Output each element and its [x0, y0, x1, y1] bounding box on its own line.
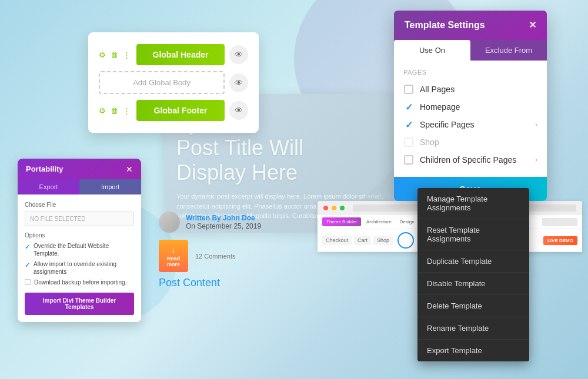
modal-title: Template Settings	[405, 20, 485, 31]
portability-tabs: Export Import	[18, 179, 141, 194]
choose-file-label: Choose File	[25, 202, 134, 208]
tb-design-item[interactable]: Design	[397, 217, 417, 226]
portability-title: Portability	[26, 165, 64, 173]
page-item-children-specific[interactable]: Children of Specific Pages ›	[403, 151, 537, 169]
check-option-2: ✓	[25, 261, 30, 269]
read-more-label: Readmore	[167, 256, 180, 267]
context-duplicate-template[interactable]: Duplicate Template	[417, 250, 529, 273]
check-option-1: ✓	[25, 243, 30, 251]
tb-shop-btn[interactable]: Shop	[373, 236, 393, 245]
context-disable-template[interactable]: Disable Template	[417, 273, 529, 295]
context-rename-template[interactable]: Rename Template	[417, 317, 529, 340]
check-shop	[403, 137, 414, 147]
check-all-pages	[403, 84, 414, 95]
comments-count: 12 Comments	[195, 253, 235, 260]
add-global-body-button[interactable]: Add Global Body	[99, 71, 225, 94]
tb-dot-red	[323, 206, 328, 210]
option-2: ✓ Allow import to override existing assi…	[25, 260, 134, 276]
tb-live-demo-btn[interactable]: LIVE DEMO	[543, 236, 577, 245]
modal-header: Template Settings ✕	[394, 11, 547, 40]
global-header-button[interactable]: Global Header	[136, 44, 225, 65]
tab-use-on[interactable]: Use On	[394, 40, 470, 61]
empty-checkbox	[404, 85, 413, 94]
empty-checkbox-shop	[404, 137, 413, 147]
portability-header: Portability ✕	[18, 159, 141, 179]
tb-cart-btn[interactable]: Cart	[354, 236, 371, 245]
check-homepage: ✓	[403, 102, 414, 112]
check-specific-pages: ✓	[403, 119, 414, 130]
gear-icon-footer[interactable]: ⚙	[99, 106, 106, 115]
portability-body: Choose File NO FILE SELECTED Options ✓ O…	[18, 194, 141, 322]
author-info: Written By John Doe On September 25, 201…	[186, 214, 261, 230]
header-row-icons: ⚙ 🗑 ⋮	[99, 51, 131, 59]
global-card: ⚙ 🗑 ⋮ Global Header 👁 Add Global Body 👁 …	[88, 32, 259, 133]
tb-theme-builder-btn[interactable]: Theme Builder	[322, 217, 361, 226]
gear-icon-header[interactable]: ⚙	[99, 51, 106, 59]
eye-button-footer[interactable]: 👁	[229, 101, 248, 120]
modal-close-button[interactable]: ✕	[529, 21, 536, 30]
dots-icon-header[interactable]: ⋮	[123, 51, 131, 59]
tb-circle-indicator	[397, 232, 414, 249]
page-item-homepage[interactable]: ✓ Homepage	[403, 98, 537, 116]
options-label: Options	[25, 232, 134, 239]
trash-icon-footer[interactable]: 🗑	[111, 106, 118, 115]
modal-body: Pages All Pages ✓ Homepage ✓ Specific Pa…	[394, 61, 547, 177]
context-manage-assignments[interactable]: Manage Template Assignments	[417, 188, 529, 219]
eye-icon-footer: 👁	[235, 106, 243, 115]
file-input-display[interactable]: NO FILE SELECTED	[25, 212, 134, 226]
context-delete-template[interactable]: Delete Template	[417, 295, 529, 317]
arrow-children: ›	[535, 156, 537, 164]
portability-tab-import[interactable]: Import	[79, 179, 141, 194]
arrow-specific-pages: ›	[535, 120, 537, 129]
template-settings-modal: Template Settings ✕ Use On Exclude From …	[394, 11, 547, 201]
author-date: On September 25, 2019	[186, 222, 261, 230]
global-footer-button[interactable]: Global Footer	[136, 100, 225, 121]
import-button[interactable]: Import Divi Theme Builder Templates	[25, 293, 134, 315]
eye-button-body[interactable]: 👁	[229, 73, 248, 92]
author-avatar	[159, 212, 180, 233]
tab-exclude-from[interactable]: Exclude From	[470, 40, 547, 61]
eye-icon-body: 👁	[235, 78, 243, 88]
portability-close-button[interactable]: ✕	[126, 165, 133, 173]
post-title-line1: Post Title Will	[176, 136, 303, 160]
down-arrow-icon: ↓	[172, 245, 176, 254]
trash-icon-header[interactable]: 🗑	[111, 51, 118, 59]
author-name: Written By John Doe	[186, 214, 261, 222]
eye-button-header[interactable]: 👁	[229, 45, 248, 64]
context-menu: Manage Template Assignments Reset Templa…	[417, 188, 529, 361]
tb-dot-yellow	[332, 206, 336, 210]
empty-checkbox-children	[404, 155, 413, 165]
eye-icon-header: 👁	[235, 50, 243, 59]
tb-architecture-item[interactable]: Architecture	[363, 217, 395, 226]
dots-icon-footer[interactable]: ⋮	[123, 106, 131, 115]
modal-tabs: Use On Exclude From	[394, 40, 547, 61]
page-item-shop[interactable]: Shop	[403, 133, 537, 151]
context-reset-assignments[interactable]: Reset Template Assignments	[417, 219, 529, 250]
global-footer-row: ⚙ 🗑 ⋮ Global Footer 👁	[99, 100, 248, 121]
footer-row-icons: ⚙ 🗑 ⋮	[99, 106, 131, 115]
pages-section-label: Pages	[403, 69, 537, 76]
tb-search-bar	[542, 218, 577, 226]
global-header-row: ⚙ 🗑 ⋮ Global Header 👁	[99, 44, 248, 65]
context-export-template[interactable]: Export Template	[417, 340, 529, 361]
option-1: ✓ Override the Default Website Template.	[25, 242, 134, 257]
add-global-body-row: Add Global Body 👁	[99, 71, 248, 94]
uncheck-option-3	[25, 279, 31, 285]
post-title-line2: Display Here	[176, 160, 298, 185]
tb-checkout-btn[interactable]: Checkout	[322, 236, 352, 245]
portability-modal: Portability ✕ Export Import Choose File …	[18, 159, 141, 322]
post-content-label: Post Content	[159, 277, 412, 289]
option-3: Download backup before importing.	[25, 279, 134, 286]
portability-tab-export[interactable]: Export	[18, 179, 79, 194]
tb-dot-green	[340, 206, 345, 210]
page-item-all-pages[interactable]: All Pages	[403, 81, 537, 98]
page-item-specific-pages[interactable]: ✓ Specific Pages ›	[403, 116, 537, 133]
read-more-button[interactable]: ↓ Readmore	[159, 240, 188, 272]
check-children	[403, 155, 414, 165]
